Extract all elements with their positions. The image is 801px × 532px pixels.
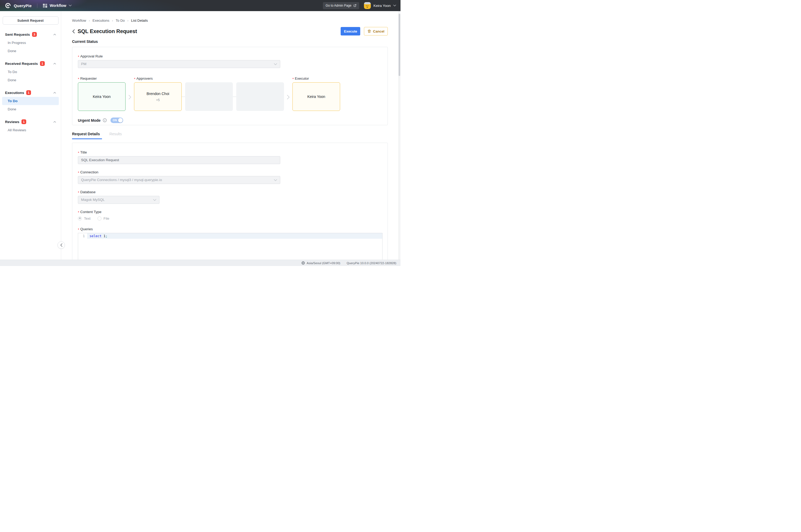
breadcrumb-separator-icon: › (112, 19, 113, 22)
urgent-mode-toggle[interactable]: ON (110, 117, 123, 123)
trash-icon (367, 30, 371, 33)
tab-results[interactable]: Results (109, 132, 122, 139)
executor-name: Keira Yoon (307, 94, 325, 99)
code-line: 1select 1; (78, 233, 382, 239)
avatar[interactable] (364, 2, 371, 9)
user-name[interactable]: Keira Yoon (374, 4, 391, 8)
executor-card: Keira Yoon (292, 82, 340, 111)
version-label: QueryPie 10.0.0 (20240722-182828) (347, 262, 396, 265)
flow-connector-line (233, 97, 236, 97)
sidebar-section-header[interactable]: Reviews1 (0, 119, 61, 125)
connection-value: QueryPie Connections / mysql3 / mysql.qu… (81, 178, 162, 182)
approver-card-empty (185, 82, 233, 111)
radio-dot (97, 216, 102, 221)
approval-rule-value: PM (81, 62, 86, 66)
sidebar-section-header[interactable]: Sent Requests3 (0, 32, 61, 37)
breadcrumb-item: List Details (131, 19, 148, 22)
sidebar-section-header[interactable]: Received Requests1 (0, 61, 61, 66)
scrollbar-thumb[interactable] (399, 14, 400, 76)
executor-group: *Executor Keira Yoon (292, 76, 340, 111)
main-content: Workflow›Executions›To Do›List Details S… (61, 11, 401, 266)
sidebar: Submit Request Sent Requests3In Progress… (0, 11, 61, 266)
breadcrumb-item[interactable]: To Do (116, 19, 125, 22)
database-select[interactable]: Magok MySQL (78, 196, 160, 204)
sidebar-section-header[interactable]: Executions1 (0, 90, 61, 95)
approver-name: Brendon Choi (146, 92, 169, 96)
topbar-divider (37, 3, 37, 8)
breadcrumb-separator-icon: › (127, 19, 128, 22)
sidebar-section: Received Requests1To DoDone (0, 61, 61, 84)
count-badge: 3 (32, 32, 37, 37)
sidebar-item-to-do[interactable]: To Do (2, 97, 59, 105)
approver-card-primary: Brendon Choi +5 (134, 82, 182, 111)
sidebar-section-label: Reviews (5, 120, 19, 124)
chevron-down-icon (274, 176, 277, 184)
brand-name: QueryPie (14, 3, 32, 8)
execute-button[interactable]: Execute (341, 27, 360, 36)
chevron-down-icon[interactable] (69, 4, 72, 7)
chevron-down-icon (153, 196, 156, 204)
sidebar-section-label: Received Requests (5, 62, 38, 65)
approval-rule-select[interactable]: PM (78, 60, 280, 68)
flow-chevron-icon (284, 76, 292, 100)
chevron-up-icon[interactable] (53, 121, 56, 123)
requester-name: Keira Yoon (93, 94, 111, 99)
requester-label: *Requester (78, 76, 126, 80)
page-title: SQL Execution Request (78, 28, 137, 34)
querypie-logo-icon (5, 2, 11, 9)
sidebar-section: Sent Requests3In ProgressDone (0, 32, 61, 55)
content-type-label: *Content Type (78, 210, 382, 214)
count-badge: 1 (40, 61, 45, 66)
breadcrumb-item[interactable]: Executions (92, 19, 109, 22)
go-to-admin-button[interactable]: Go to Admin Page (323, 2, 359, 9)
title-label: *Title (78, 150, 382, 154)
sidebar-item-to-do[interactable]: To Do (2, 68, 59, 76)
cancel-button-label: Cancel (373, 30, 384, 33)
info-icon[interactable] (103, 118, 107, 122)
sidebar-section-label: Sent Requests (5, 33, 30, 37)
tab-request-details[interactable]: Request Details (72, 132, 102, 139)
toggle-knob (118, 118, 123, 122)
approvers-label: *Approvers (134, 76, 284, 80)
scrollbar-track[interactable] (398, 11, 401, 260)
external-link-icon (353, 4, 357, 7)
top-bar: QueryPie Workflow Go to Admin Page Keira… (0, 0, 401, 11)
user-menu-chevron-icon[interactable] (393, 4, 396, 7)
radio-text[interactable]: Text (78, 216, 91, 221)
title-input[interactable]: SQL Execution Request (78, 156, 280, 164)
flow-connector-line (182, 97, 185, 97)
app-window: QueryPie Workflow Go to Admin Page Keira… (0, 0, 401, 266)
radio-file[interactable]: File (97, 216, 109, 221)
back-button[interactable] (72, 29, 75, 34)
urgent-mode-row: Urgent Mode ON (78, 117, 382, 123)
count-badge: 1 (21, 119, 26, 124)
detail-tabs: Request Details Results (72, 132, 388, 139)
requester-group: *Requester Keira Yoon (78, 76, 126, 111)
executor-label: *Executor (292, 76, 340, 80)
sidebar-item-done[interactable]: Done (2, 47, 59, 55)
sidebar-nav: Sent Requests3In ProgressDoneReceived Re… (0, 32, 61, 134)
queries-label: *Queries (78, 227, 382, 231)
current-status-card: * Approval Rule PM *Requester (72, 47, 388, 125)
cancel-button[interactable]: Cancel (364, 27, 388, 36)
sidebar-item-done[interactable]: Done (2, 76, 59, 84)
sidebar-item-all-reviews[interactable]: All Reviews (2, 126, 59, 134)
chevron-up-icon[interactable] (53, 34, 56, 36)
code-text: select 1; (87, 233, 382, 239)
page-header: SQL Execution Request Execute Cancel (72, 27, 388, 36)
sidebar-collapse-button[interactable] (57, 241, 65, 249)
apps-grid-icon[interactable] (43, 4, 47, 8)
request-details-card: *Title SQL Execution Request *Connection… (72, 142, 388, 266)
breadcrumb-item[interactable]: Workflow (72, 19, 86, 22)
connection-select[interactable]: QueryPie Connections / mysql3 / mysql.qu… (78, 176, 280, 184)
content-type-options: Text File (78, 216, 382, 221)
sidebar-section: Reviews1All Reviews (0, 119, 61, 134)
sidebar-item-done[interactable]: Done (2, 105, 59, 113)
approver-card-empty (236, 82, 284, 111)
flow-chevron-icon (126, 76, 134, 100)
app-switcher-label[interactable]: Workflow (50, 3, 66, 8)
sidebar-item-in-progress[interactable]: In Progress (2, 39, 59, 47)
chevron-up-icon[interactable] (53, 92, 56, 94)
submit-request-button[interactable]: Submit Request (3, 16, 58, 25)
chevron-up-icon[interactable] (53, 63, 56, 64)
